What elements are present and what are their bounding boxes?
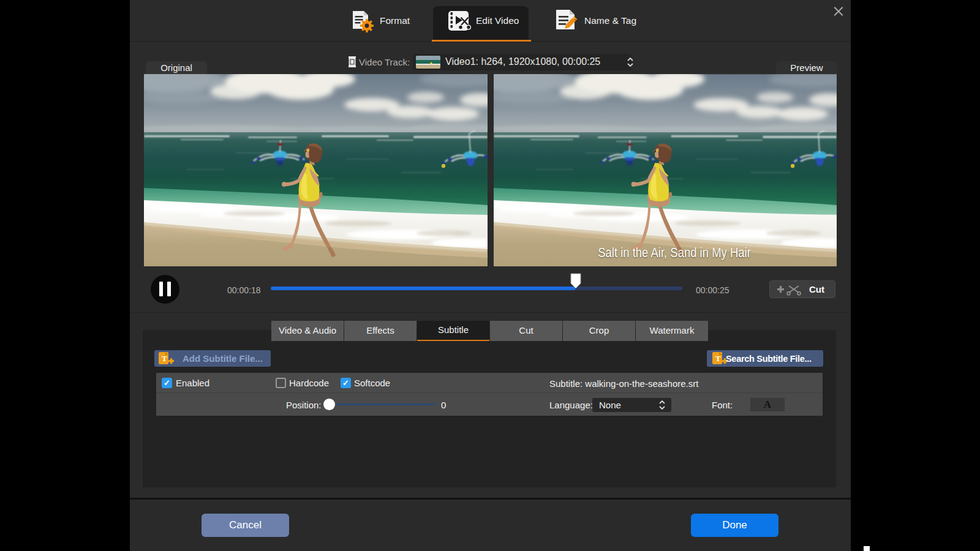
svg-text:T: T: [715, 354, 721, 363]
svg-text:T: T: [162, 354, 167, 363]
